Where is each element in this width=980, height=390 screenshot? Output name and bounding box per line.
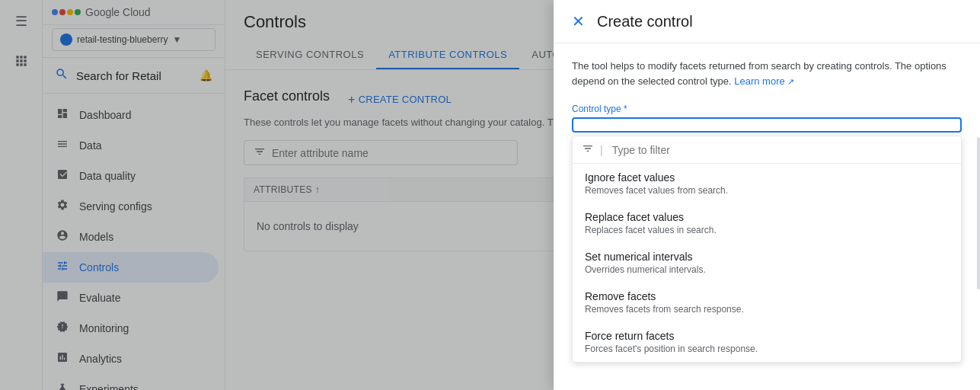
control-type-dropdown: | Ignore facet values Removes facet valu… xyxy=(572,136,962,363)
dropdown-items-list: Ignore facet values Removes facet values… xyxy=(573,164,961,362)
drawer-description: The tool helps to modify facets returned… xyxy=(572,59,962,88)
drawer-body: The tool helps to modify facets returned… xyxy=(554,43,980,390)
dropdown-item-remove-facets[interactable]: Remove facets Removes facets from search… xyxy=(573,283,961,322)
drawer-title: Create control xyxy=(597,13,693,30)
drawer-scrollbar xyxy=(977,137,980,289)
dropdown-filter-input[interactable] xyxy=(612,144,952,156)
item-desc-numerical: Overrides numerical intervals. xyxy=(585,264,949,275)
item-desc-remove: Removes facets from search response. xyxy=(585,304,949,315)
dropdown-item-set-numerical[interactable]: Set numerical intervals Overrides numeri… xyxy=(573,243,961,283)
drawer-header: ✕ Create control xyxy=(554,0,980,43)
item-desc-replace: Replaces facet values in search. xyxy=(585,225,949,235)
dropdown-filter-bar: | xyxy=(573,136,961,164)
dropdown-item-force-return[interactable]: Force return facets Forces facet's posit… xyxy=(573,322,961,362)
drawer-close-button[interactable]: ✕ xyxy=(572,12,585,30)
item-title-remove: Remove facets xyxy=(585,290,949,302)
learn-more-link[interactable]: Learn more ↗ xyxy=(734,75,794,87)
item-desc-ignore: Removes facet values from search. xyxy=(585,185,949,196)
control-type-label: Control type * xyxy=(572,104,962,114)
dropdown-filter-divider: | xyxy=(600,144,603,156)
control-type-field: Control type * | Ignore facet values Rem… xyxy=(572,104,962,363)
control-type-input-wrap[interactable] xyxy=(572,117,962,133)
create-control-drawer: ✕ Create control The tool helps to modif… xyxy=(554,0,980,390)
external-link-icon: ↗ xyxy=(787,77,794,86)
dropdown-filter-icon xyxy=(582,142,594,157)
item-title-replace: Replace facet values xyxy=(585,211,949,223)
item-desc-force: Forces facet's position in search respon… xyxy=(585,344,949,354)
item-title-force: Force return facets xyxy=(585,330,949,342)
item-title-ignore: Ignore facet values xyxy=(585,171,949,184)
item-title-numerical: Set numerical intervals xyxy=(585,251,949,263)
dropdown-item-replace-facet[interactable]: Replace facet values Replaces facet valu… xyxy=(573,203,961,243)
dropdown-item-ignore-facet[interactable]: Ignore facet values Removes facet values… xyxy=(573,164,961,203)
